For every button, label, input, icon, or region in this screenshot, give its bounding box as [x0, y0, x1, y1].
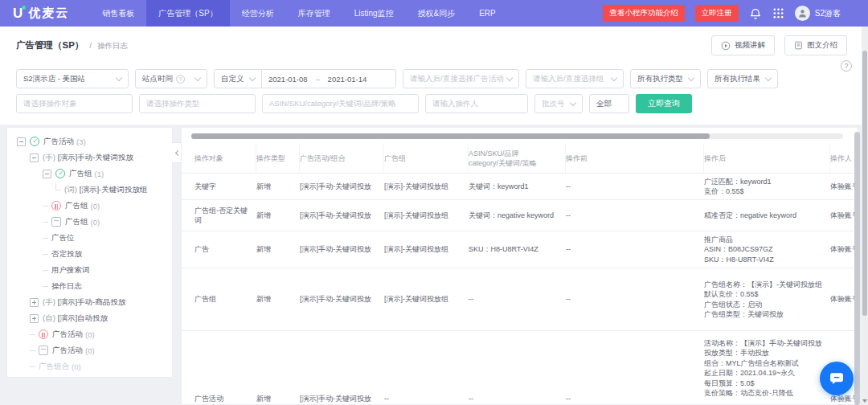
apps-grid-icon[interactable]: [772, 7, 784, 19]
page-actions: 视频讲解 图文介绍: [711, 35, 847, 55]
cell-adgroup: [演示]-关键词投放组: [384, 182, 469, 191]
chevron-down-icon: [765, 74, 772, 80]
tree-dash-connector: [43, 254, 48, 255]
tree-item-adgroups-archived[interactable]: 广告组 (0): [7, 214, 172, 230]
operation-target-input[interactable]: 请选择操作对象: [16, 94, 133, 113]
date-range-type-select[interactable]: 自定义: [214, 69, 262, 88]
expand-icon[interactable]: [30, 314, 39, 323]
store-select-value: S2演示店 - 美国站: [23, 74, 85, 84]
tree-item-label: 广告组: [69, 169, 92, 179]
tree-item-campaigns-archived[interactable]: 广告活动 (0): [7, 342, 172, 358]
page-scrollbar-track[interactable]: [862, 27, 868, 405]
tree-item-label: 广告活动: [43, 137, 74, 147]
brand-logo[interactable]: U 优麦云: [0, 0, 90, 27]
campaign-select[interactable]: 请输入后/直接选择广告活动: [403, 69, 519, 88]
cell-target: 广告活动: [194, 394, 256, 403]
nav-item-erp[interactable]: ERP: [467, 0, 508, 27]
expand-icon[interactable]: [30, 298, 39, 307]
app-window: U 优麦云 销售看板 广告管理（SP） 经营分析 库存管理 Listing监控 …: [0, 0, 868, 405]
tree-dash-connector: [43, 206, 48, 207]
campaign-select-placeholder: 请输入后/直接选择广告活动: [410, 74, 504, 84]
site-time-select[interactable]: 站点时间: [135, 69, 207, 88]
tree-item-auto-campaign[interactable]: (自) [演示]自动投放: [7, 310, 172, 326]
nav-item-business-analysis[interactable]: 经营分析: [230, 0, 286, 27]
tree-item-portfolios[interactable]: 广告组合 (0): [7, 358, 172, 374]
cell-adgroup: [演示]-关键词投放组: [384, 294, 469, 304]
date-start-value: 2021-01-08: [268, 75, 308, 84]
register-button[interactable]: 立即注册: [695, 5, 739, 22]
tree-item-keyword-adgroup[interactable]: (词) [演示]-关键词投放组: [7, 182, 172, 198]
cell-op-type: 新增: [256, 244, 300, 254]
chevron-down-icon: [249, 74, 256, 80]
manual-tag: (手): [43, 297, 55, 308]
asin-keyword-input[interactable]: ASIN/SKU/category/关键词/品牌/策略: [262, 94, 419, 113]
batch-select[interactable]: 批次号: [534, 94, 583, 113]
tree-item-count: (3): [76, 137, 86, 146]
top-navbar: U 优麦云 销售看板 广告管理（SP） 经营分析 库存管理 Listing监控 …: [0, 0, 868, 27]
tree-item-label: 广告组合: [39, 362, 69, 372]
tree-item-adgroups-enabled[interactable]: 广告组 (1): [7, 166, 172, 182]
tree-item-count: (0): [85, 330, 95, 339]
cell-op-type: 新增: [256, 394, 300, 403]
tree-item-negative-targeting[interactable]: 否定投放: [7, 246, 172, 262]
nav-item-auth-sync[interactable]: 授权&同步: [406, 0, 468, 27]
table-row[interactable]: 关键字 新增 [演示]手动-关键词投放 [演示]-关键词投放组 关键词：keyw…: [182, 174, 858, 200]
table-header: 操作对象 操作类型 广告活动/组合 广告组 ASIN/SKU/品牌 catego…: [182, 144, 858, 174]
tree-item-manual-product-campaign[interactable]: (手) [演示]手动-商品投放: [7, 294, 172, 310]
table-row[interactable]: 广告 新增 [演示]手动-关键词投放 [演示]-关键词投放组 SKU：H8-U8…: [182, 231, 858, 268]
store-select[interactable]: S2演示店 - 美国站: [16, 69, 129, 88]
collapse-icon[interactable]: [30, 153, 39, 162]
cell-op-type: 新增: [256, 211, 300, 220]
tree-item-count: (0): [91, 218, 100, 227]
collapse-icon[interactable]: [43, 170, 51, 178]
table-row[interactable]: 广告组 新增 [演示]手动-关键词投放 [演示]-关键词投放组 -- -- 广告…: [182, 268, 858, 331]
chat-support-button[interactable]: [820, 362, 854, 395]
search-button[interactable]: 立即查询: [636, 94, 692, 113]
tree-item-manual-keyword-campaign[interactable]: (手) [演示]手动-关键词投放: [7, 149, 172, 166]
cell-detail: 关键词：negative keyword: [469, 211, 566, 220]
collapse-icon[interactable]: [17, 137, 26, 146]
cell-after: 推广商品 ASIN：B08JCS97GZ SKU：H8-U8RT-VI4Z: [704, 235, 830, 264]
user-menu[interactable]: S2游客: [795, 6, 841, 21]
bell-icon[interactable]: [749, 7, 762, 20]
all-filter-input[interactable]: 全部: [589, 94, 629, 113]
doc-guide-button[interactable]: 图文介绍: [784, 35, 847, 55]
table-row[interactable]: 广告组-否定关键词 新增 [演示]手动-关键词投放 [演示]-关键词投放组 关键…: [182, 200, 858, 231]
exec-result-select[interactable]: 所有执行结果: [707, 69, 778, 88]
video-guide-button[interactable]: 视频讲解: [711, 35, 775, 55]
cell-target: 广告组-否定关键词: [194, 206, 256, 225]
tree-item-campaigns-paused[interactable]: 广告活动 (0): [7, 326, 172, 342]
exec-type-select[interactable]: 所有执行类型: [630, 69, 701, 88]
chevron-down-icon: [611, 74, 617, 80]
help-icon[interactable]: [841, 60, 852, 72]
operator-input[interactable]: 请输入操作人: [425, 94, 528, 113]
table-body: 关键字 新增 [演示]手动-关键词投放 [演示]-关键词投放组 关键词：keyw…: [182, 174, 858, 404]
operation-target-placeholder: 请选择操作对象: [23, 99, 77, 109]
operation-type-input[interactable]: 请选择操作类型: [139, 94, 256, 113]
breadcrumb-parent[interactable]: 广告管理（SP）: [16, 39, 84, 51]
table-vertical-scrollbar[interactable]: [854, 132, 860, 405]
date-range-picker[interactable]: 2021-01-08 → 2021-01-14: [261, 69, 396, 88]
cell-target: 关键字: [194, 182, 256, 191]
enabled-status-icon: [30, 137, 39, 146]
table-horizontal-scrollbar-thumb[interactable]: [191, 133, 710, 139]
miniprogram-intro-button[interactable]: 查看小程序功能介绍: [603, 5, 685, 22]
page-scrollbar-thumb[interactable]: [862, 51, 867, 316]
tree-item-campaigns-enabled[interactable]: 广告活动 (3): [7, 133, 172, 149]
tree-item-placements[interactable]: 广告位: [7, 230, 172, 246]
adgroup-select[interactable]: 请输入后/直接选择组: [526, 69, 624, 88]
tree-item-search-terms[interactable]: 用户搜索词: [7, 262, 172, 278]
table-row[interactable]: 广告活动 新增 [演示]手动-关键词投放 -- -- -- 活动名称：【演示】手…: [182, 331, 858, 405]
nav-item-inventory[interactable]: 库存管理: [286, 0, 342, 27]
tree-item-adgroups-paused[interactable]: 广告组 (0): [7, 198, 172, 214]
cell-after: 精准否定：negative keyword: [704, 211, 830, 220]
tree-item-operation-log[interactable]: 操作日志: [7, 278, 172, 294]
scroll-down-arrow-icon[interactable]: [862, 399, 867, 403]
filter-row-1: S2演示店 - 美国站 站点时间 自定义 2021-01-08 → 2021-0…: [16, 69, 778, 88]
nav-item-listing-monitor[interactable]: Listing监控: [342, 0, 406, 27]
tree-dash-connector: [43, 270, 48, 271]
nav-item-ad-management-sp[interactable]: 广告管理（SP）: [146, 0, 229, 27]
nav-item-sales-board[interactable]: 销售看板: [90, 0, 146, 27]
table-horizontal-scrollbar-track[interactable]: [191, 133, 843, 139]
batch-select-value: 批次号: [542, 99, 565, 109]
